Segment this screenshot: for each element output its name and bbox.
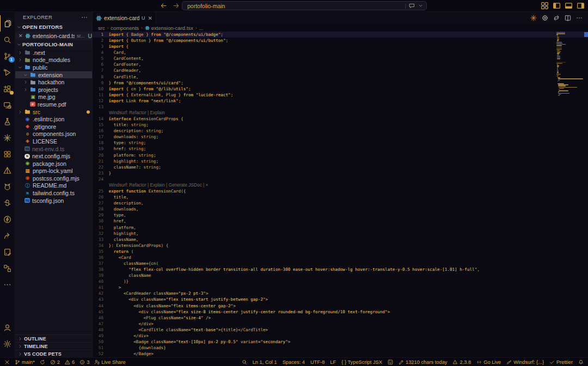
code-line-18[interactable]: 18 type: string; [93,140,588,146]
tree-item-public[interactable]: public [15,64,92,71]
scrollbar-thumb[interactable] [584,32,588,37]
activity-notes[interactable] [0,244,15,260]
code-editor[interactable]: 1 import { Badge } from "@/components/ui… [93,32,588,357]
activity-python[interactable] [0,195,15,211]
status-ln-1-col-1[interactable]: Ln 1, Col 1 [253,359,277,365]
chat-icon[interactable] [409,3,415,9]
code-line-9[interactable]: 9 } from "@/components/ui/card"; [93,80,588,86]
search-actions[interactable] [409,3,423,9]
compare-icon[interactable] [553,15,560,21]
status-bell-icon[interactable] [578,359,584,365]
code-line-22[interactable]: 22 className?: string; [93,164,588,170]
windsurf-sparkle-icon[interactable] [530,15,537,21]
code-line-39[interactable]: 39 className [93,272,588,278]
tree-item-resume.pdf[interactable]: Presume.pdf [15,101,92,108]
code-line-28[interactable]: 28 downloads, [93,206,588,212]
breadcrumb-item[interactable]: components [111,25,139,31]
status-prettier[interactable]: Prettier [549,359,573,365]
activity-thunder-client[interactable] [0,211,15,227]
layout-grid-icon[interactable] [541,2,549,10]
project-root-section[interactable]: PORTOFOLIO-MAIN [15,40,92,49]
code-line-23[interactable]: 23 } [93,170,588,176]
compare-icon[interactable] [553,15,560,21]
more-actions-icon[interactable] [81,14,88,21]
tree-item-license[interactable]: ◈LICENSE [15,138,92,145]
flower-icon[interactable] [542,15,548,21]
code-line-20[interactable]: 20 platform: string; [93,152,588,158]
code-line-45[interactable]: 45 <div className="flex size-8 items-cen… [93,309,588,315]
status-3[interactable]: 3 [79,359,89,365]
code-line-17[interactable]: 17 downloads: string; [93,134,588,140]
activity-settings[interactable] [0,336,15,352]
code-line-36[interactable]: 36 <Card [93,255,588,260]
tree-item-hackathon[interactable]: hackathon [15,78,92,86]
breadcrumb-item[interactable]: src [98,25,105,31]
code-line-38[interactable]: 38 "flex flex-col overflow-hidden border… [93,266,588,272]
activity-source-control[interactable]: 1 [0,48,15,64]
code-line-27[interactable]: 27 description, [93,200,588,206]
panel-vs-code-pets[interactable]: VS CODE PETS [15,350,92,357]
status-go-live[interactable]: Go Live [476,359,501,365]
tree-item-tailwind.config.ts[interactable]: ≈tailwind.config.ts [15,189,92,197]
activity-prism[interactable] [0,162,15,178]
status-zoom-icon[interactable] [242,359,247,365]
activity-account[interactable] [0,319,15,336]
tree-item-package.json[interactable]: ◉package.json [15,160,92,168]
code-line-11[interactable]: 11 import { ExternalLink, Plug } from "l… [93,92,588,98]
tree-item-next.config.mjs[interactable]: Nnext.config.mjs [15,152,92,160]
code-line-13[interactable]: 13 [93,104,588,110]
tree-item-components.json[interactable]: {}components.json [15,131,92,138]
status-13210-chars-today[interactable]: 13210 chars today [399,359,448,365]
status-live-share[interactable]: Live Share [94,359,125,365]
codelens[interactable]: Windsurf: Refactor | Explain [93,110,588,116]
activity-project-manager[interactable] [0,146,15,162]
code-line-8[interactable]: 8 CardTitle, [93,74,588,80]
tree-item-postcss.config.mjs[interactable]: ◉postcss.config.mjs [15,175,92,182]
arrow-left-icon[interactable] [160,2,167,9]
panel-bottom-icon[interactable] [565,2,573,10]
code-line-15[interactable]: 15 title: string; [93,122,588,128]
codelens[interactable]: Windsurf: Refactor | Explain | Generate … [93,182,588,188]
breadcrumb-item[interactable]: extension-card.tsx [145,25,193,31]
code-line-6[interactable]: 6 CardFooter, [93,61,588,67]
code-line-49[interactable]: 49 </div> [93,333,588,339]
back-button[interactable] [160,2,167,9]
open-editors-section[interactable]: OPEN EDITORS [15,22,92,32]
more-actions-icon[interactable] [81,14,88,21]
code-line-7[interactable]: 7 CardHeader, [93,67,588,73]
code-line-50[interactable]: 50 <Badge className="text-[10px] px-2 py… [93,339,588,345]
code-line-2[interactable]: 2 import { Button } from "@/components/u… [93,38,588,44]
code-line-26[interactable]: 26 title, [93,194,588,200]
code-line-3[interactable]: 3 import { [93,44,588,49]
code-line-43[interactable]: 43 <div className="flex items-start just… [93,296,588,302]
code-line-19[interactable]: 19 href: string; [93,146,588,152]
code-line-29[interactable]: 29 type, [93,212,588,218]
code-line-33[interactable]: 33 className, [93,237,588,243]
status-spaces-4[interactable]: Spaces: 4 [283,359,305,365]
code-line-10[interactable]: 10 import { cn } from "@/lib/utils"; [93,86,588,92]
tree-item-projects[interactable]: projects [15,86,92,94]
activity-run-debug[interactable] [0,64,15,80]
activity-extensions[interactable] [0,80,15,97]
code-line-51[interactable]: 51 {downloads} [93,345,588,351]
activity-vscode-pets[interactable] [0,178,15,195]
breadcrumbs[interactable]: src›components›extension-card.tsx›... [93,24,588,32]
code-line-40[interactable]: 40 )} [93,278,588,284]
code-line-24[interactable]: 24 [93,176,588,182]
activity-redo-share[interactable] [0,227,15,244]
code-line-52[interactable]: 52 </Badge> [93,351,588,357]
split-editor-icon[interactable] [565,15,571,21]
code-line-32[interactable]: 32 highlight, [93,231,588,237]
tree-item-.next[interactable]: .next [15,49,92,57]
status-sync-icon[interactable] [40,359,45,365]
code-line-12[interactable]: 12 import Link from "next/link"; [93,98,588,104]
tree-item-readme.md[interactable]: ⓘREADME.md [15,182,92,190]
split-editor-icon[interactable] [565,15,571,21]
code-line-46[interactable]: 46 <Plug className="size-4" /> [93,315,588,321]
open-editor-item[interactable]: ✕ extension-card.tsx sr... U [15,32,92,40]
activity-windsurf-cascade[interactable] [0,129,15,146]
tree-item-extension[interactable]: extension [15,71,92,79]
status-utf-8[interactable]: UTF-8 [310,359,324,365]
forward-button[interactable] [173,2,180,9]
arrow-right-icon[interactable] [173,2,180,9]
